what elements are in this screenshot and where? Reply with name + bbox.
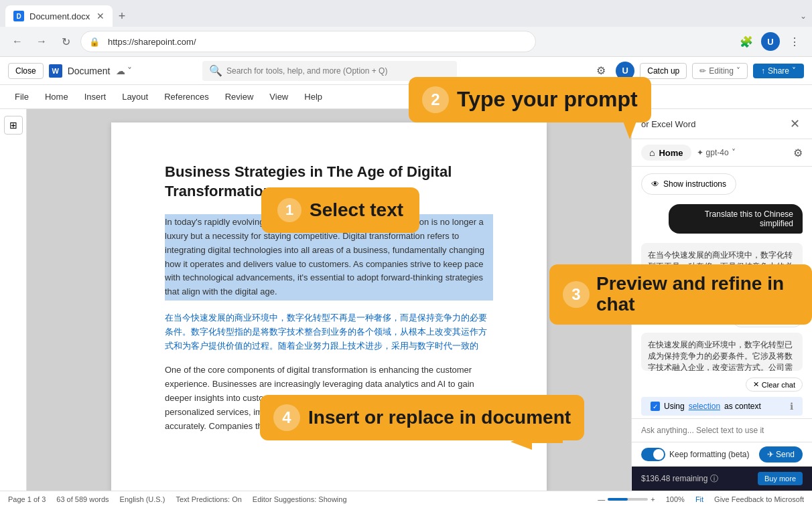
editor-suggestions-info: Editor Suggestions: Showing xyxy=(253,495,347,503)
ribbon-insert[interactable]: Insert xyxy=(78,89,113,104)
clear-icon: ✕ xyxy=(753,380,759,389)
callout-3-number: 3 xyxy=(563,281,590,308)
sidebar-toggle-button[interactable]: ⊞ xyxy=(4,116,23,135)
browser-chrome: D Document.docx ✕ + ⌄ ← → ↻ 🔒 🧩 U ⋮ xyxy=(0,0,812,57)
ribbon-references[interactable]: References xyxy=(157,89,215,104)
send-button[interactable]: ✈ Send xyxy=(759,446,803,462)
word-search-input[interactable] xyxy=(226,66,450,76)
share-button[interactable]: ↑ Share ˅ xyxy=(753,64,804,78)
ribbon-home[interactable]: Home xyxy=(38,89,75,104)
forward-button[interactable]: → xyxy=(32,32,51,51)
info-circle-icon: ⓘ xyxy=(710,473,718,485)
fit-button[interactable]: Fit xyxy=(695,495,703,503)
minimize-tabs-button[interactable]: ⌄ xyxy=(800,11,807,21)
info-icon[interactable]: ℹ xyxy=(790,401,793,412)
callout-4-number: 4 xyxy=(273,404,300,431)
status-bar: Page 1 of 3 63 of 589 words English (U.S… xyxy=(0,491,812,506)
cloud-sync-icon: ☁ ˅ xyxy=(116,66,133,76)
ribbon-review[interactable]: Review xyxy=(218,89,261,104)
ribbon-help[interactable]: Help xyxy=(297,89,329,104)
search-icon: 🔍 xyxy=(209,64,222,77)
word-count: 63 of 589 words xyxy=(56,495,109,503)
refresh-button[interactable]: ↻ xyxy=(56,32,75,51)
callout-2-text: Type your prompt xyxy=(457,88,638,111)
keep-formatting-row: Keep formatting (beta) ✈ Send xyxy=(632,442,812,467)
panel-footer: $136.48 remaining ⓘ Buy more xyxy=(632,467,812,491)
formatting-toggle[interactable] xyxy=(641,448,665,461)
callout-2-number: 2 xyxy=(422,86,449,113)
ask-input-area[interactable] xyxy=(632,418,812,442)
gpt-model-badge[interactable]: ✦ gpt-4o ˅ xyxy=(697,148,736,157)
buy-more-button[interactable]: Buy more xyxy=(758,472,803,485)
ribbon-layout[interactable]: Layout xyxy=(115,89,155,104)
panel-header: or Excel Word ✕ xyxy=(632,109,812,139)
zoom-plus-button[interactable]: + xyxy=(651,495,655,503)
ask-input-field[interactable] xyxy=(641,423,803,438)
callout-1-text: Select text xyxy=(310,200,403,221)
callout-1-number: 1 xyxy=(277,198,301,222)
browser-toolbar-icons: 🧩 U ⋮ xyxy=(737,32,804,51)
balance-display: $136.48 remaining ⓘ xyxy=(641,473,718,485)
user-avatar[interactable]: U xyxy=(761,32,780,51)
callout-4-text: Insert or replace in document xyxy=(308,408,571,428)
sidebar-toggle: ⊞ xyxy=(0,109,27,491)
gpt-icon: ✦ xyxy=(697,148,703,157)
panel-settings-icon[interactable]: ⚙ xyxy=(793,147,803,159)
panel-home-bar: ⌂ Home ✦ gpt-4o ˅ ⚙ xyxy=(632,139,812,167)
ribbon: File Home Insert Layout References Revie… xyxy=(0,85,812,109)
home-icon: ⌂ xyxy=(649,147,655,158)
show-instructions-button[interactable]: 👁 Show instructions xyxy=(641,173,736,195)
pencil-icon: ✏ xyxy=(699,66,706,76)
selection-checkbox[interactable]: ✓ xyxy=(651,402,660,411)
ribbon-file[interactable]: File xyxy=(8,89,36,104)
tab-title: Document.docx xyxy=(29,11,90,21)
ribbon-view[interactable]: View xyxy=(263,89,295,104)
document-para-chinese: 在当今快速发展的商业环境中，数字化转型不再是一种奢侈，而是保持竞争力的必要条件。… xyxy=(165,311,493,353)
clear-chat-button[interactable]: ✕ Clear chat xyxy=(746,377,803,392)
status-right: — + 100% Fit Give Feedback to Microsoft xyxy=(598,495,804,503)
selection-context-bar: ✓ Using selection as context ℹ xyxy=(641,397,803,416)
toggle-knob xyxy=(653,449,664,460)
word-logo: W xyxy=(49,64,62,78)
tab-close-button[interactable]: ✕ xyxy=(96,11,105,21)
tab-favicon: D xyxy=(13,11,24,21)
panel-home-button[interactable]: ⌂ Home xyxy=(641,145,691,161)
callout-3: 3 Preview and refine in chat xyxy=(549,264,812,325)
editing-chevron-icon: ˅ xyxy=(736,66,740,76)
balance-amount: $136.48 remaining xyxy=(641,474,707,483)
tab-bar: D Document.docx ✕ + ⌄ xyxy=(0,0,812,27)
zoom-control: — + xyxy=(598,495,655,503)
callout-1: 1 Select text xyxy=(261,187,419,233)
chat-response-2: 在快速发展的商业环境中，数字化转型已成为保持竞争力的必要条件。它涉及将数字技术融… xyxy=(641,333,803,371)
text-predictions-info: Text Predictions: On xyxy=(176,495,241,503)
keep-formatting-label: Keep formatting (beta) xyxy=(669,450,749,459)
editing-button[interactable]: ✏ Editing ˅ xyxy=(692,63,748,79)
callout-3-text: Preview and refine in chat xyxy=(596,274,799,315)
url-input[interactable] xyxy=(100,31,527,52)
close-button[interactable]: Close xyxy=(8,63,44,79)
active-tab[interactable]: D Document.docx ✕ xyxy=(5,5,113,27)
panel-close-button[interactable]: ✕ xyxy=(787,116,803,132)
back-button[interactable]: ← xyxy=(8,32,27,51)
gpt-chevron-icon: ˅ xyxy=(732,148,736,157)
eye-icon: 👁 xyxy=(651,179,659,189)
callout-2: 2 Type your prompt xyxy=(409,77,651,122)
translate-bubble: Translate this to Chinese simplified xyxy=(669,204,803,234)
address-bar-row: ← → ↻ 🔒 🧩 U ⋮ xyxy=(0,27,812,56)
extensions-icon[interactable]: 🧩 xyxy=(737,32,756,51)
share-icon: ↑ xyxy=(761,66,765,76)
new-tab-button[interactable]: + xyxy=(113,7,131,25)
page-info: Page 1 of 3 xyxy=(8,495,46,503)
language-info: English (U.S.) xyxy=(120,495,165,503)
zoom-minus-button[interactable]: — xyxy=(598,495,605,503)
document-name: Document xyxy=(68,66,111,76)
word-topbar: Close W Document ☁ ˅ 🔍 ⚙ U Catch up ✏ Ed… xyxy=(0,57,812,85)
browser-more-icon[interactable]: ⋮ xyxy=(785,32,804,51)
address-bar[interactable]: 🔒 xyxy=(80,31,536,52)
zoom-percent: 100% xyxy=(666,495,685,503)
catch-up-button[interactable]: Catch up xyxy=(640,63,687,79)
callout-4: 4 Insert or replace in document xyxy=(260,395,584,440)
selection-link[interactable]: selection xyxy=(689,402,720,411)
share-chevron-icon: ˅ xyxy=(792,66,796,76)
feedback-link[interactable]: Give Feedback to Microsoft xyxy=(714,495,804,503)
